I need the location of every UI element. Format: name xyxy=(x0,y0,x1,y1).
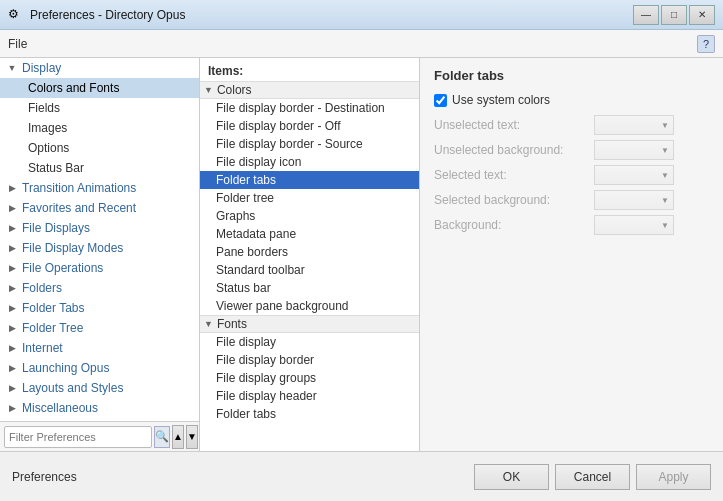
selected-text-row: Selected text: ▼ xyxy=(434,165,709,185)
tree-item-miscellaneous[interactable]: ▶ Miscellaneous xyxy=(0,398,199,418)
tree-item-launching-opus[interactable]: ▶ Launching Opus xyxy=(0,358,199,378)
chevron-down-icon-5: ▼ xyxy=(661,221,669,230)
center-panel: Items: ▼ Colors File display border - De… xyxy=(200,58,420,451)
tree-item-internet[interactable]: ▶ Internet xyxy=(0,338,199,358)
tree-item-colors-fonts[interactable]: Colors and Fonts xyxy=(0,78,199,98)
list-item-display-icon[interactable]: File display icon xyxy=(200,153,419,171)
list-item-folder-tabs[interactable]: Folder tabs xyxy=(200,171,419,189)
tree-item-status-bar[interactable]: Status Bar xyxy=(0,158,199,178)
left-panel: ▼ Display Colors and Fonts Fields Images… xyxy=(0,58,200,451)
tree-item-images[interactable]: Images xyxy=(0,118,199,138)
expand-icon-launching: ▶ xyxy=(4,360,20,376)
ok-button[interactable]: OK xyxy=(474,464,549,490)
selected-text-dropdown[interactable]: ▼ xyxy=(594,165,674,185)
group-header-fonts[interactable]: ▼ Fonts xyxy=(200,315,419,333)
tree-item-favorites-recent[interactable]: ▶ Favorites and Recent xyxy=(0,198,199,218)
list-item-font-file-display[interactable]: File display xyxy=(200,333,419,351)
list-item-border-source[interactable]: File display border - Source xyxy=(200,135,419,153)
help-button[interactable]: ? xyxy=(697,35,715,53)
filter-input[interactable] xyxy=(4,426,152,448)
title-bar: ⚙ Preferences - Directory Opus — □ ✕ xyxy=(0,0,723,30)
list-item-folder-tree[interactable]: Folder tree xyxy=(200,189,419,207)
panel-title: Folder tabs xyxy=(434,68,709,83)
file-menu[interactable]: File xyxy=(8,37,697,51)
use-system-colors-checkbox-container[interactable]: Use system colors xyxy=(434,93,550,107)
system-colors-row: Use system colors xyxy=(434,93,709,107)
list-item-border-off[interactable]: File display border - Off xyxy=(200,117,419,135)
tree-item-file-operations[interactable]: ▶ File Operations xyxy=(0,258,199,278)
down-arrow-icon: ▼ xyxy=(187,431,197,442)
expand-icon-folder-tree: ▶ xyxy=(4,320,20,336)
expand-icon-folder-tabs: ▶ xyxy=(4,300,20,316)
chevron-down-icon-4: ▼ xyxy=(661,196,669,205)
items-label: Items: xyxy=(200,58,419,81)
collapse-icon-fonts: ▼ xyxy=(204,319,213,329)
apply-button[interactable]: Apply xyxy=(636,464,711,490)
use-system-colors-checkbox[interactable] xyxy=(434,94,447,107)
expand-icon-folders: ▶ xyxy=(4,280,20,296)
list-item-graphs[interactable]: Graphs xyxy=(200,207,419,225)
unselected-bg-dropdown[interactable]: ▼ xyxy=(594,140,674,160)
unselected-text-label: Unselected text: xyxy=(434,118,594,132)
use-system-colors-label: Use system colors xyxy=(452,93,550,107)
list-item-metadata-pane[interactable]: Metadata pane xyxy=(200,225,419,243)
expand-icon-file-display-modes: ▶ xyxy=(4,240,20,256)
expand-icon-favorites: ▶ xyxy=(4,200,20,216)
search-icon: 🔍 xyxy=(155,430,169,443)
group-label-colors: Colors xyxy=(217,83,252,97)
list-item-font-groups[interactable]: File display groups xyxy=(200,369,419,387)
toolbar: File ? xyxy=(0,30,723,58)
maximize-button[interactable]: □ xyxy=(661,5,687,25)
group-header-colors[interactable]: ▼ Colors xyxy=(200,81,419,99)
tree-item-file-displays[interactable]: ▶ File Displays xyxy=(0,218,199,238)
cancel-button[interactable]: Cancel xyxy=(555,464,630,490)
nav-down-button[interactable]: ▼ xyxy=(186,425,198,449)
tree-item-folders[interactable]: ▶ Folders xyxy=(0,278,199,298)
up-arrow-icon: ▲ xyxy=(173,431,183,442)
tree-item-folder-tabs[interactable]: ▶ Folder Tabs xyxy=(0,298,199,318)
list-item-border-dest[interactable]: File display border - Destination xyxy=(200,99,419,117)
tree-item-folder-tree[interactable]: ▶ Folder Tree xyxy=(0,318,199,338)
list-item-pane-borders[interactable]: Pane borders xyxy=(200,243,419,261)
list-item-font-border[interactable]: File display border xyxy=(200,351,419,369)
expand-icon-misc: ▶ xyxy=(4,400,20,416)
minimize-button[interactable]: — xyxy=(633,5,659,25)
close-button[interactable]: ✕ xyxy=(689,5,715,25)
expand-icon-file-operations: ▶ xyxy=(4,260,20,276)
list-item-standard-toolbar[interactable]: Standard toolbar xyxy=(200,261,419,279)
group-label-fonts: Fonts xyxy=(217,317,247,331)
items-list: ▼ Colors File display border - Destinati… xyxy=(200,81,419,451)
list-item-viewer-pane[interactable]: Viewer pane background xyxy=(200,297,419,315)
unselected-text-dropdown[interactable]: ▼ xyxy=(594,115,674,135)
nav-up-button[interactable]: ▲ xyxy=(172,425,184,449)
window-icon: ⚙ xyxy=(8,7,24,23)
list-item-status-bar[interactable]: Status bar xyxy=(200,279,419,297)
tree-item-display[interactable]: ▼ Display xyxy=(0,58,199,78)
expand-icon-file-displays: ▶ xyxy=(4,220,20,236)
expand-icon-layouts: ▶ xyxy=(4,380,20,396)
selected-bg-dropdown[interactable]: ▼ xyxy=(594,190,674,210)
filter-search-button[interactable]: 🔍 xyxy=(154,426,170,448)
tree-item-options[interactable]: Options xyxy=(0,138,199,158)
tree-item-fields[interactable]: Fields xyxy=(0,98,199,118)
tree-area: ▼ Display Colors and Fonts Fields Images… xyxy=(0,58,199,421)
tree-item-layouts-styles[interactable]: ▶ Layouts and Styles xyxy=(0,378,199,398)
background-dropdown[interactable]: ▼ xyxy=(594,215,674,235)
expand-icon-internet: ▶ xyxy=(4,340,20,356)
unselected-bg-row: Unselected background: ▼ xyxy=(434,140,709,160)
preferences-label: Preferences xyxy=(12,470,474,484)
title-bar-buttons: — □ ✕ xyxy=(633,5,715,25)
chevron-down-icon-3: ▼ xyxy=(661,171,669,180)
chevron-down-icon-2: ▼ xyxy=(661,146,669,155)
tree-item-transition-animations[interactable]: ▶ Transition Animations xyxy=(0,178,199,198)
selected-bg-label: Selected background: xyxy=(434,193,594,207)
selected-text-label: Selected text: xyxy=(434,168,594,182)
expand-icon-display: ▼ xyxy=(4,60,20,76)
list-item-font-header[interactable]: File display header xyxy=(200,387,419,405)
background-row: Background: ▼ xyxy=(434,215,709,235)
main-layout: ▼ Display Colors and Fonts Fields Images… xyxy=(0,58,723,451)
tree-item-file-display-modes[interactable]: ▶ File Display Modes xyxy=(0,238,199,258)
selected-bg-row: Selected background: ▼ xyxy=(434,190,709,210)
list-item-font-folder-tabs[interactable]: Folder tabs xyxy=(200,405,419,423)
chevron-down-icon: ▼ xyxy=(661,121,669,130)
